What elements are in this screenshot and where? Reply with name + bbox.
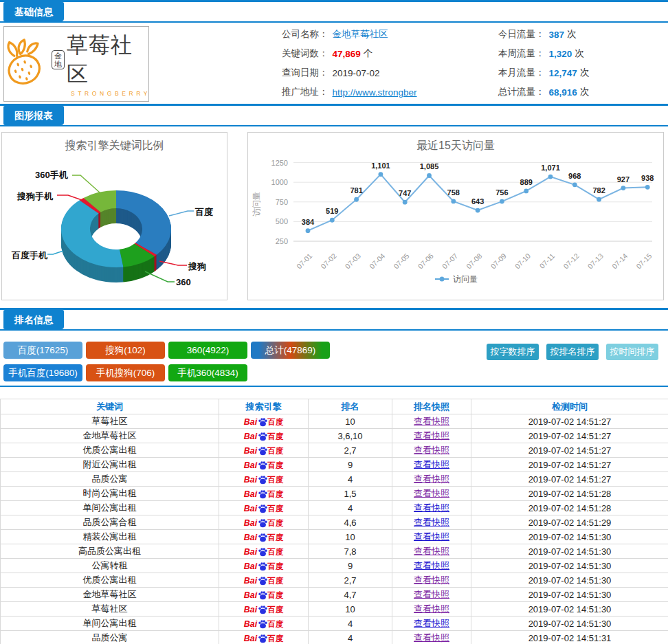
baidu-logo-latin: Bai bbox=[244, 619, 257, 629]
snapshot-cell: 查看快照 bbox=[392, 631, 471, 644]
baidu-logo-cn: 百度 bbox=[267, 518, 283, 528]
filter-button[interactable]: 360(4922) bbox=[168, 342, 247, 359]
unit-suffix: 次 bbox=[580, 67, 590, 79]
field-row: 公司名称：金地草莓社区 bbox=[267, 25, 417, 44]
filter-button[interactable]: 搜狗(102) bbox=[86, 342, 165, 359]
view-snapshot-link[interactable]: 查看快照 bbox=[414, 459, 449, 469]
baidu-paw-icon bbox=[258, 417, 267, 427]
baidu-logo: Bai百度 bbox=[244, 533, 283, 542]
view-snapshot-link[interactable]: 查看快照 bbox=[414, 502, 449, 513]
view-snapshot-link[interactable]: 查看快照 bbox=[414, 546, 449, 556]
view-snapshot-link[interactable]: 查看快照 bbox=[414, 603, 449, 614]
table-row: 时尚公寓出租Bai百度1,5查看快照2019-07-02 14:51:28 bbox=[1, 487, 668, 501]
data-point-label: 927 bbox=[617, 175, 630, 184]
filter-button[interactable]: 手机360(4834) bbox=[168, 364, 247, 381]
view-snapshot-link[interactable]: 查看快照 bbox=[414, 531, 449, 542]
time-cell: 2019-07-02 14:51:27 bbox=[471, 443, 668, 458]
field-label: 关键词数 bbox=[267, 47, 319, 60]
view-snapshot-link[interactable]: 查看快照 bbox=[414, 474, 449, 484]
brand-badge: 金地 bbox=[52, 50, 65, 69]
strawberry-icon bbox=[1, 36, 50, 92]
pie-slice-label: 搜狗手机 bbox=[17, 190, 53, 203]
baidu-logo-latin: Bai bbox=[244, 475, 257, 485]
baidu-logo: Bai百度 bbox=[244, 619, 283, 629]
engine-cell: Bai百度 bbox=[219, 559, 309, 573]
stat-row: 本周流量：1,320次 bbox=[483, 44, 589, 63]
sort-button[interactable]: 按字数排序 bbox=[487, 344, 539, 360]
baidu-logo-latin: Bai bbox=[244, 489, 257, 499]
legend-item[interactable]: 访问量 bbox=[435, 274, 478, 284]
pie-chart-title: 搜索引擎关键词比例 bbox=[2, 139, 227, 153]
view-snapshot-link[interactable]: 查看快照 bbox=[414, 430, 449, 441]
pie-chart bbox=[2, 133, 227, 300]
sort-button[interactable]: 按时间排序 bbox=[606, 344, 658, 360]
baidu-logo-cn: 百度 bbox=[267, 475, 283, 485]
filter-button[interactable]: 手机百度(19680) bbox=[3, 364, 82, 381]
line-chart: 25050075010001250访问量3845197811,1017471,0… bbox=[248, 133, 663, 300]
company-logo: 金地 草莓社区 STRONGBERRY bbox=[3, 26, 149, 102]
filter-button[interactable]: 总计(47869) bbox=[251, 342, 330, 359]
x-tick-label: 07-13 bbox=[586, 252, 605, 271]
baidu-logo-cn: 百度 bbox=[267, 417, 283, 427]
tab-ranking[interactable]: 排名信息 bbox=[3, 310, 64, 329]
tab-charts[interactable]: 图形报表 bbox=[3, 106, 64, 125]
baidu-logo-cn: 百度 bbox=[267, 576, 283, 586]
table-row: 品质公寓Bai百度4查看快照2019-07-02 14:51:31 bbox=[1, 631, 668, 644]
stat-row: 本月流量：12,747次 bbox=[483, 63, 589, 82]
snapshot-cell: 查看快照 bbox=[392, 588, 471, 602]
engine-cell: Bai百度 bbox=[219, 617, 309, 631]
view-snapshot-link[interactable]: 查看快照 bbox=[414, 416, 449, 426]
field-label: 查询日期 bbox=[267, 67, 319, 79]
view-snapshot-link[interactable]: 查看快照 bbox=[414, 632, 449, 643]
data-point-label: 1,085 bbox=[420, 162, 439, 170]
keyword-cell: 草莓社区 bbox=[1, 414, 219, 429]
keyword-cell: 金地草莓社区 bbox=[1, 429, 219, 443]
sort-button[interactable]: 按排名排序 bbox=[546, 344, 599, 360]
y-tick-label: 250 bbox=[276, 237, 288, 245]
keyword-cell: 品质公寓 bbox=[1, 472, 219, 487]
baidu-logo-latin: Bai bbox=[244, 417, 257, 427]
line-chart-panel: 最近15天访问量 25050075010001250访问量3845197811,… bbox=[247, 132, 664, 300]
y-tick-label: 750 bbox=[276, 198, 288, 206]
baidu-logo: Bai百度 bbox=[244, 417, 283, 427]
baidu-logo-cn: 百度 bbox=[267, 446, 283, 456]
view-snapshot-link[interactable]: 查看快照 bbox=[414, 589, 449, 599]
time-cell: 2019-07-02 14:51:30 bbox=[471, 530, 668, 544]
view-snapshot-link[interactable]: 查看快照 bbox=[414, 445, 449, 455]
keyword-cell: 优质公寓出租 bbox=[1, 573, 219, 588]
keyword-cell: 草莓社区 bbox=[1, 602, 219, 617]
data-point-label: 756 bbox=[496, 188, 508, 197]
column-header: 排名 bbox=[309, 399, 392, 414]
baidu-logo: Bai百度 bbox=[244, 562, 283, 571]
keyword-cell: 金地草莓社区 bbox=[1, 588, 219, 602]
baidu-logo-latin: Bai bbox=[244, 504, 257, 513]
rank-cell: 4,7 bbox=[309, 588, 392, 602]
filter-button[interactable]: 百度(17625) bbox=[3, 342, 82, 359]
brand-name: 草莓社区 bbox=[67, 31, 152, 89]
rank-cell: 9 bbox=[309, 458, 392, 472]
snapshot-cell: 查看快照 bbox=[392, 429, 471, 443]
tab-basic-info[interactable]: 基础信息 bbox=[3, 2, 64, 21]
baidu-logo-cn: 百度 bbox=[267, 605, 283, 614]
section-header-charts: 图形报表 bbox=[0, 104, 668, 126]
keyword-cell: 品质公寓合租 bbox=[1, 515, 219, 530]
view-snapshot-link[interactable]: 查看快照 bbox=[414, 575, 449, 585]
field-row: 关键词数：47,869个 bbox=[267, 44, 417, 63]
data-point-label: 782 bbox=[592, 186, 605, 195]
view-snapshot-link[interactable]: 查看快照 bbox=[414, 560, 449, 570]
field-value-link[interactable]: 金地草莓社区 bbox=[333, 28, 388, 41]
baidu-logo-latin: Bai bbox=[244, 518, 257, 528]
view-snapshot-link[interactable]: 查看快照 bbox=[414, 488, 449, 498]
section-header-ranking: 排名信息 bbox=[0, 308, 668, 331]
filter-button[interactable]: 手机搜狗(706) bbox=[86, 364, 165, 381]
table-row: 品质公寓Bai百度4查看快照2019-07-02 14:51:27 bbox=[1, 472, 668, 487]
view-snapshot-link[interactable]: 查看快照 bbox=[414, 517, 449, 527]
field-value-link[interactable]: http://www.strongber bbox=[333, 87, 417, 98]
view-snapshot-link[interactable]: 查看快照 bbox=[414, 618, 449, 628]
snapshot-cell: 查看快照 bbox=[392, 515, 471, 530]
table-row: 草莓社区Bai百度10查看快照2019-07-02 14:51:30 bbox=[1, 602, 668, 617]
engine-cell: Bai百度 bbox=[219, 429, 309, 443]
table-row: 优质公寓出租Bai百度2,7查看快照2019-07-02 14:51:30 bbox=[1, 573, 668, 588]
time-cell: 2019-07-02 14:51:27 bbox=[471, 429, 668, 443]
time-cell: 2019-07-02 14:51:30 bbox=[471, 617, 668, 631]
